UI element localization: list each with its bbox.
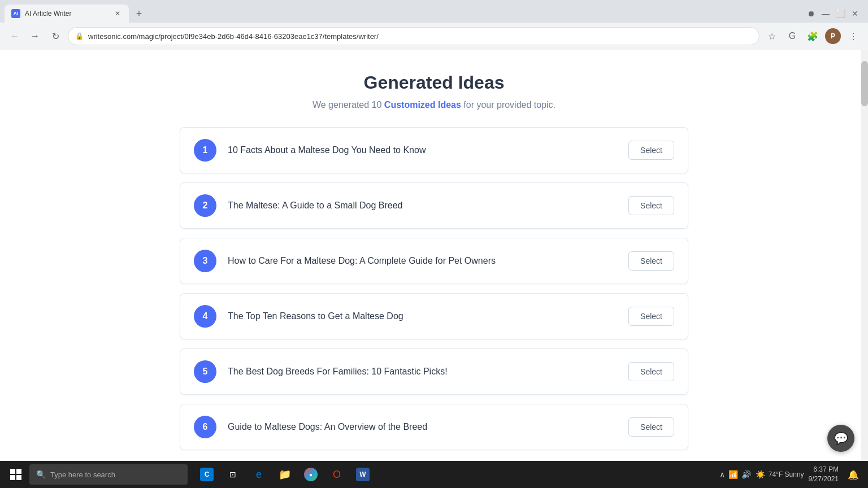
idea-number: 1 (194, 139, 216, 162)
extensions-button[interactable]: 🧩 (805, 28, 821, 44)
office-icon: O (330, 468, 344, 481)
profile-button[interactable]: P (825, 28, 841, 44)
clock-date: 9/27/2021 (809, 474, 839, 484)
bookmark-button[interactable]: ☆ (764, 28, 780, 44)
select-button[interactable]: Select (628, 307, 674, 326)
refresh-button[interactable]: ↻ (47, 28, 63, 44)
sun-icon: ☀️ (756, 470, 765, 479)
taskbar-app-taskview[interactable]: ⊡ (220, 462, 245, 487)
cortana-icon: C (200, 468, 214, 481)
minimize-button[interactable]: — (822, 10, 830, 18)
idea-number: 4 (194, 305, 216, 328)
browser-actions: ☆ G 🧩 P ⋮ (764, 28, 861, 44)
tray-up-arrow[interactable]: ∧ (719, 470, 725, 479)
subtitle-highlight: Customized Ideas (384, 100, 461, 110)
idea-text: 10 Facts About a Maltese Dog You Need to… (228, 145, 617, 155)
idea-card: 3 How to Care For a Maltese Dog: A Compl… (180, 238, 688, 284)
network-icon: 📶 (728, 470, 738, 479)
idea-text: The Best Dog Breeds For Families: 10 Fan… (228, 367, 617, 377)
url-text: writesonic.com/magic/project/0f9e34eb-2d… (88, 32, 752, 41)
new-tab-button[interactable]: + (131, 6, 147, 21)
idea-card: 1 10 Facts About a Maltese Dog You Need … (180, 127, 688, 173)
system-tray: ∧ 📶 🔊 (719, 470, 751, 479)
taskbar-apps: C ⊡ e 📁 ● O W (194, 462, 375, 487)
edge-icon: e (252, 468, 266, 481)
idea-text: Guide to Maltese Dogs: An Overview of th… (228, 422, 617, 432)
idea-card: 5 The Best Dog Breeds For Families: 10 F… (180, 348, 688, 395)
taskbar-search[interactable]: 🔍 Type here to search (29, 464, 188, 485)
taskbar-app-explorer[interactable]: 📁 (272, 462, 297, 487)
select-button[interactable]: Select (628, 417, 674, 437)
record-button: ⏺ (807, 10, 815, 18)
subtitle-suffix: for your provided topic. (461, 100, 555, 110)
idea-number: 5 (194, 360, 216, 383)
taskbar-right: ∧ 📶 🔊 ☀️ 74°F Sunny 6:37 PM 9/27/2021 🔔 (719, 464, 863, 485)
search-icon: 🔍 (36, 470, 46, 479)
select-button[interactable]: Select (628, 362, 674, 381)
subtitle-prefix: We generated 10 (313, 100, 384, 110)
notification-button[interactable]: 🔔 (843, 464, 863, 485)
ideas-container: 1 10 Facts About a Maltese Dog You Need … (180, 127, 688, 450)
menu-button[interactable]: ⋮ (845, 28, 861, 44)
address-bar[interactable]: 🔒 writesonic.com/magic/project/0f9e34eb-… (68, 27, 760, 45)
weather-text: 74°F Sunny (769, 470, 804, 478)
scroll-thumb[interactable] (861, 61, 868, 106)
idea-card: 2 The Maltese: A Guide to a Small Dog Br… (180, 182, 688, 229)
browser-chrome: AI AI Article Writer ✕ + ⏺ — ⬜ ✕ ← → ↻ 🔒… (0, 0, 868, 50)
close-button[interactable]: ✕ (851, 10, 859, 18)
start-button[interactable] (5, 463, 27, 486)
idea-text: The Maltese: A Guide to a Small Dog Bree… (228, 201, 617, 211)
page-subtitle: We generated 10 Customized Ideas for you… (11, 100, 857, 110)
taskbar-app-word[interactable]: W (350, 462, 375, 487)
taskbar-app-cortana[interactable]: C (194, 462, 219, 487)
tab-title: AI Article Writer (25, 10, 108, 18)
taskbar-app-chrome[interactable]: ● (298, 462, 323, 487)
active-tab[interactable]: AI AI Article Writer ✕ (5, 5, 129, 23)
weather-tray: ☀️ 74°F Sunny (756, 470, 804, 479)
back-button[interactable]: ← (7, 28, 23, 44)
explorer-icon: 📁 (278, 468, 292, 481)
select-button[interactable]: Select (628, 141, 674, 160)
scroll-track[interactable] (861, 50, 868, 461)
idea-number: 3 (194, 250, 216, 272)
idea-text: How to Care For a Maltese Dog: A Complet… (228, 256, 617, 266)
taskbar-app-office[interactable]: O (324, 462, 349, 487)
address-bar-row: ← → ↻ 🔒 writesonic.com/magic/project/0f9… (0, 23, 868, 50)
idea-number: 2 (194, 194, 216, 217)
tab-close-button[interactable]: ✕ (113, 9, 122, 18)
select-button[interactable]: Select (628, 196, 674, 215)
idea-number: 6 (194, 416, 216, 438)
forward-button[interactable]: → (27, 28, 43, 44)
idea-card: 4 The Top Ten Reasons to Get a Maltese D… (180, 293, 688, 339)
windows-icon (10, 469, 21, 480)
chat-button[interactable]: 💬 (827, 425, 854, 452)
taskview-icon: ⊡ (226, 468, 240, 481)
search-placeholder: Type here to search (50, 470, 115, 479)
word-icon: W (356, 468, 370, 481)
taskbar-app-edge[interactable]: e (246, 462, 271, 487)
clock[interactable]: 6:37 PM 9/27/2021 (809, 465, 839, 484)
window-controls: ⏺ — ⬜ ✕ (807, 10, 863, 18)
volume-icon: 🔊 (741, 470, 751, 479)
page-header: Generated Ideas We generated 10 Customiz… (11, 72, 857, 110)
page-title: Generated Ideas (11, 72, 857, 93)
tab-bar: AI AI Article Writer ✕ + ⏺ — ⬜ ✕ (0, 0, 868, 23)
main-content: Generated Ideas We generated 10 Customiz… (0, 50, 868, 488)
idea-card: 6 Guide to Maltese Dogs: An Overview of … (180, 404, 688, 450)
chrome-icon: ● (304, 468, 318, 481)
grammarly-extension[interactable]: G (784, 28, 800, 44)
lock-icon: 🔒 (75, 32, 84, 40)
clock-time: 6:37 PM (809, 465, 839, 474)
taskbar: 🔍 Type here to search C ⊡ e 📁 ● O W ∧ 📶 … (0, 461, 868, 488)
idea-text: The Top Ten Reasons to Get a Maltese Dog (228, 311, 617, 321)
tab-favicon: AI (11, 9, 20, 18)
maximize-button[interactable]: ⬜ (836, 10, 844, 18)
select-button[interactable]: Select (628, 251, 674, 271)
